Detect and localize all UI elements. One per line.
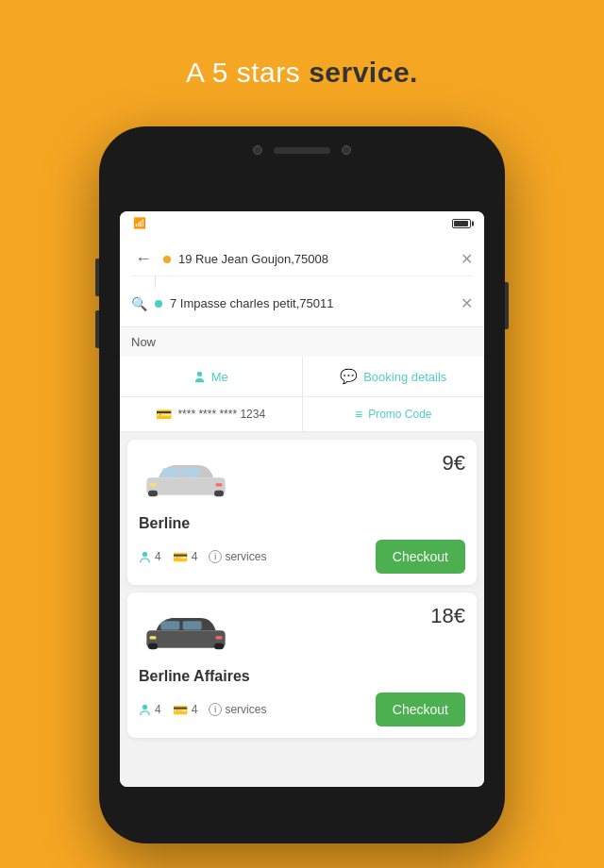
phone-camera2 bbox=[342, 145, 351, 155]
svg-rect-2 bbox=[148, 491, 158, 497]
luggage-count-1: 4 bbox=[192, 703, 198, 716]
svg-rect-4 bbox=[162, 468, 179, 476]
me-label: Me bbox=[211, 370, 228, 384]
car-meta-1: 4 💳 4 i services bbox=[139, 703, 266, 717]
from-row: ← 19 Rue Jean Goujon,75008 ✕ bbox=[131, 242, 473, 276]
svg-point-0 bbox=[197, 371, 202, 376]
car-card-0: 9€ Berline 4 bbox=[127, 440, 477, 585]
svg-rect-14 bbox=[150, 636, 157, 639]
booking-label: Booking details bbox=[363, 370, 446, 384]
battery-icon bbox=[452, 219, 471, 228]
me-option[interactable]: Me bbox=[120, 357, 303, 396]
promo-option[interactable]: ≡ Promo Code bbox=[303, 397, 485, 431]
booking-icon: 💬 bbox=[340, 368, 358, 385]
headline-text2: service. bbox=[309, 57, 418, 88]
battery-indicator bbox=[452, 219, 471, 228]
services-button-1[interactable]: i services bbox=[209, 703, 266, 716]
phone-screen: 📶 ← 19 Rue Jean Goujon,75008 ✕ bbox=[120, 211, 484, 787]
time-label: Now bbox=[131, 335, 156, 349]
services-label-0: services bbox=[225, 550, 266, 563]
card-option[interactable]: 💳 **** **** **** 1234 bbox=[120, 397, 303, 431]
svg-rect-11 bbox=[214, 643, 224, 650]
time-row[interactable]: Now bbox=[120, 327, 484, 357]
volume-down-button[interactable] bbox=[95, 310, 99, 348]
svg-rect-3 bbox=[214, 491, 224, 497]
info-icon-0: i bbox=[209, 550, 222, 563]
car-meta-0: 4 💳 4 i services bbox=[139, 550, 266, 564]
to-row: 🔍 7 Impasse charles petit,75011 ✕ bbox=[131, 288, 473, 319]
services-button-0[interactable]: i services bbox=[209, 550, 266, 563]
luggage-1: 💳 4 bbox=[173, 703, 198, 717]
options-bar: Me 💬 Booking details bbox=[120, 357, 484, 397]
luggage-0: 💳 4 bbox=[173, 550, 198, 564]
promo-label: Promo Code bbox=[368, 408, 431, 421]
svg-rect-9 bbox=[146, 630, 225, 647]
car-image-1 bbox=[139, 604, 233, 660]
svg-rect-10 bbox=[148, 643, 158, 650]
car-price-1: 18€ bbox=[430, 604, 465, 628]
booking-option[interactable]: 💬 Booking details bbox=[303, 357, 485, 396]
svg-rect-15 bbox=[216, 636, 223, 639]
headline-text1: A 5 stars bbox=[186, 57, 309, 88]
car-name-0: Berline bbox=[139, 515, 465, 532]
car-name-1: Berline Affaires bbox=[139, 668, 465, 685]
svg-rect-12 bbox=[160, 621, 179, 629]
checkout-button-1[interactable]: Checkout bbox=[376, 693, 465, 726]
svg-point-8 bbox=[143, 551, 147, 556]
from-address: 19 Rue Jean Goujon,75008 bbox=[178, 252, 453, 266]
phone-shell: 📶 ← 19 Rue Jean Goujon,75008 ✕ bbox=[99, 126, 505, 843]
wifi-icon: 📶 bbox=[133, 217, 146, 229]
passengers-1: 4 bbox=[139, 703, 161, 716]
person-icon-1 bbox=[139, 704, 151, 716]
svg-point-16 bbox=[143, 704, 147, 709]
checkout-button-0[interactable]: Checkout bbox=[376, 540, 465, 574]
passengers-count-1: 4 bbox=[155, 703, 161, 716]
search-icon: 🔍 bbox=[131, 296, 147, 311]
barcode-icon: ≡ bbox=[355, 407, 362, 422]
svg-rect-7 bbox=[216, 483, 223, 486]
close-to-button[interactable]: ✕ bbox=[461, 294, 473, 312]
svg-rect-13 bbox=[183, 621, 202, 629]
cars-list: 9€ Berline 4 bbox=[120, 432, 484, 787]
person-icon-0 bbox=[139, 551, 151, 563]
luggage-count-0: 4 bbox=[192, 550, 198, 563]
services-label-1: services bbox=[225, 703, 266, 716]
volume-up-button[interactable] bbox=[95, 259, 99, 296]
bag-icon-0: 💳 bbox=[173, 550, 188, 564]
connector-line bbox=[155, 276, 156, 288]
svg-rect-5 bbox=[182, 468, 199, 476]
me-icon bbox=[193, 371, 206, 383]
back-button[interactable]: ← bbox=[131, 249, 156, 269]
phone-speaker bbox=[274, 147, 330, 154]
card-icon: 💳 bbox=[156, 407, 172, 422]
passengers-count-0: 4 bbox=[155, 550, 161, 563]
phone-camera bbox=[253, 145, 262, 155]
car-price-0: 9€ bbox=[443, 451, 466, 476]
svg-rect-1 bbox=[146, 477, 225, 494]
status-bar: 📶 bbox=[120, 211, 484, 235]
screen-content: 📶 ← 19 Rue Jean Goujon,75008 ✕ bbox=[120, 211, 484, 787]
info-icon-1: i bbox=[209, 703, 222, 716]
search-area: ← 19 Rue Jean Goujon,75008 ✕ 🔍 7 Impasse… bbox=[120, 235, 484, 327]
car-image-0 bbox=[139, 451, 233, 508]
bag-icon-1: 💳 bbox=[173, 703, 188, 717]
card-number: **** **** **** 1234 bbox=[177, 408, 265, 421]
wifi-indicator: 📶 bbox=[133, 217, 146, 229]
payment-bar: 💳 **** **** **** 1234 ≡ Promo Code bbox=[120, 397, 484, 432]
from-dot bbox=[163, 256, 171, 263]
to-dot bbox=[155, 300, 162, 308]
to-address: 7 Impasse charles petit,75011 bbox=[170, 296, 453, 310]
passengers-0: 4 bbox=[139, 550, 161, 563]
svg-rect-6 bbox=[150, 483, 157, 486]
phone-wrapper: 📶 ← 19 Rue Jean Goujon,75008 ✕ bbox=[99, 126, 505, 843]
close-from-button[interactable]: ✕ bbox=[461, 250, 473, 268]
power-button[interactable] bbox=[505, 282, 509, 329]
car-card-1: 18€ Berline Affaires bbox=[127, 593, 477, 738]
headline: A 5 stars service. bbox=[186, 57, 418, 89]
